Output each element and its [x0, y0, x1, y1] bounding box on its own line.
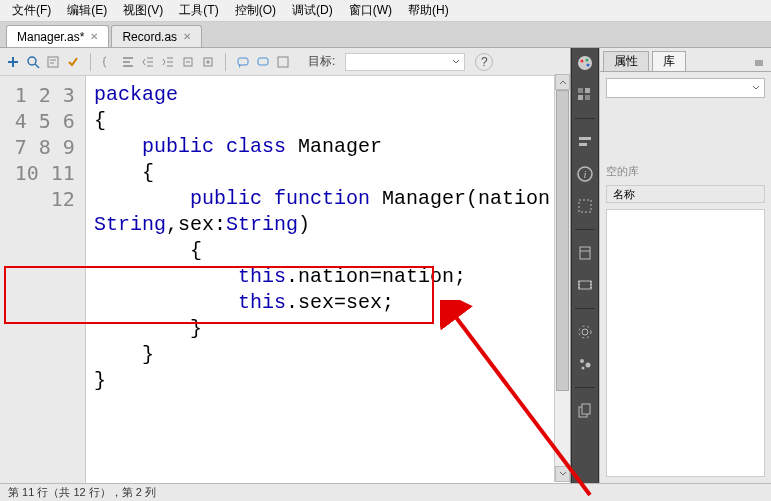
svg-point-7 [578, 56, 592, 70]
panel-menu-icon[interactable] [751, 55, 767, 71]
type: String [226, 213, 298, 236]
search-icon[interactable] [26, 55, 40, 69]
chevron-down-icon [752, 84, 760, 92]
menu-edit[interactable]: 编辑(E) [59, 0, 115, 21]
outdent-icon[interactable] [141, 55, 155, 69]
scroll-thumb[interactable] [556, 90, 569, 391]
svg-rect-6 [278, 57, 288, 67]
brace: { [94, 161, 154, 184]
side-toolbar: i [571, 48, 599, 483]
type: String [94, 213, 166, 236]
code-content[interactable]: package { public class Manager { public … [86, 76, 570, 483]
scrollbar-vertical[interactable] [554, 74, 570, 482]
files-icon[interactable] [576, 402, 594, 420]
svg-point-8 [581, 60, 584, 63]
svg-rect-13 [578, 95, 583, 100]
expand-icon[interactable] [201, 55, 215, 69]
svg-point-9 [586, 59, 589, 62]
settings-icon[interactable] [576, 323, 594, 341]
svg-rect-14 [585, 95, 590, 100]
collapse-icon[interactable] [181, 55, 195, 69]
svg-point-10 [587, 64, 590, 67]
svg-rect-11 [578, 88, 583, 93]
line-gutter: 1 2 3 4 5 6 7 8 9 10 11 12 [0, 76, 86, 483]
tab-manager[interactable]: Manager.as* ✕ [6, 25, 109, 47]
target-dropdown[interactable] [345, 53, 465, 71]
svg-rect-4 [238, 58, 248, 65]
library-select[interactable] [606, 78, 765, 98]
swatches-icon[interactable] [576, 86, 594, 104]
kw-public: public [190, 187, 262, 210]
transform-icon[interactable] [576, 197, 594, 215]
brush-icon[interactable] [576, 355, 594, 373]
target-label: 目标: [308, 53, 335, 70]
format-icon[interactable] [121, 55, 135, 69]
tab-label: Record.as [122, 30, 177, 44]
brace-icon[interactable] [101, 55, 115, 69]
help-button[interactable]: ? [475, 53, 493, 71]
kw-function: function [274, 187, 370, 210]
panel-tabs: 属性 库 [600, 48, 771, 72]
library-list[interactable] [606, 209, 765, 477]
hint-icon[interactable] [46, 55, 60, 69]
menu-bar: 文件(F) 编辑(E) 视图(V) 工具(T) 控制(O) 调试(D) 窗口(W… [0, 0, 771, 22]
class-name: Manager [298, 135, 382, 158]
palette-icon[interactable] [576, 54, 594, 72]
stmt: .sex=sex; [286, 291, 394, 314]
tab-properties[interactable]: 属性 [603, 51, 649, 71]
svg-rect-5 [258, 58, 268, 65]
svg-rect-19 [579, 200, 591, 212]
align-icon[interactable] [576, 133, 594, 151]
scroll-up-icon[interactable] [555, 74, 570, 90]
svg-point-25 [586, 363, 591, 368]
close-icon[interactable]: ✕ [90, 31, 98, 42]
column-name[interactable]: 名称 [606, 185, 765, 203]
args: (nation: [466, 187, 562, 210]
svg-rect-20 [580, 247, 590, 259]
movie-icon[interactable] [576, 276, 594, 294]
fn-name: Manager [382, 187, 466, 210]
check-icon[interactable] [66, 55, 80, 69]
svg-point-22 [582, 329, 588, 335]
code-area[interactable]: 1 2 3 4 5 6 7 8 9 10 11 12 package { pub… [0, 76, 570, 483]
menu-tools[interactable]: 工具(T) [171, 0, 226, 21]
comment-icon[interactable] [236, 55, 250, 69]
svg-rect-28 [582, 404, 590, 414]
add-icon[interactable] [6, 55, 20, 69]
bookmark-icon[interactable] [276, 55, 290, 69]
svg-point-0 [28, 57, 36, 65]
menu-file[interactable]: 文件(F) [4, 0, 59, 21]
svg-rect-16 [579, 143, 587, 146]
kw-this: this [238, 265, 286, 288]
brace: { [94, 109, 106, 132]
stmt: .nation=nation; [286, 265, 466, 288]
svg-point-26 [582, 367, 585, 370]
svg-rect-12 [585, 88, 590, 93]
uncomment-icon[interactable] [256, 55, 270, 69]
kw-public: public [142, 135, 214, 158]
info-icon[interactable]: i [576, 165, 594, 183]
svg-point-23 [579, 326, 591, 338]
menu-view[interactable]: 视图(V) [115, 0, 171, 21]
scroll-down-icon[interactable] [555, 466, 570, 482]
brace: { [94, 239, 202, 262]
brace: } [94, 343, 154, 366]
close-icon[interactable]: ✕ [183, 31, 191, 42]
svg-rect-21 [579, 281, 591, 289]
library-icon[interactable] [576, 244, 594, 262]
tab-record[interactable]: Record.as ✕ [111, 25, 202, 47]
menu-control[interactable]: 控制(O) [227, 0, 284, 21]
svg-text:i: i [583, 168, 586, 180]
menu-debug[interactable]: 调试(D) [284, 0, 341, 21]
tab-library[interactable]: 库 [652, 51, 686, 71]
scroll-track[interactable] [555, 90, 570, 466]
svg-point-24 [580, 359, 584, 363]
document-tab-bar: Manager.as* ✕ Record.as ✕ [0, 22, 771, 48]
svg-rect-15 [579, 137, 591, 140]
menu-help[interactable]: 帮助(H) [400, 0, 457, 21]
args: ,sex: [166, 213, 226, 236]
brace: } [94, 369, 106, 392]
indent-icon[interactable] [161, 55, 175, 69]
menu-window[interactable]: 窗口(W) [341, 0, 400, 21]
status-text: 第 11 行（共 12 行），第 2 列 [8, 485, 156, 500]
